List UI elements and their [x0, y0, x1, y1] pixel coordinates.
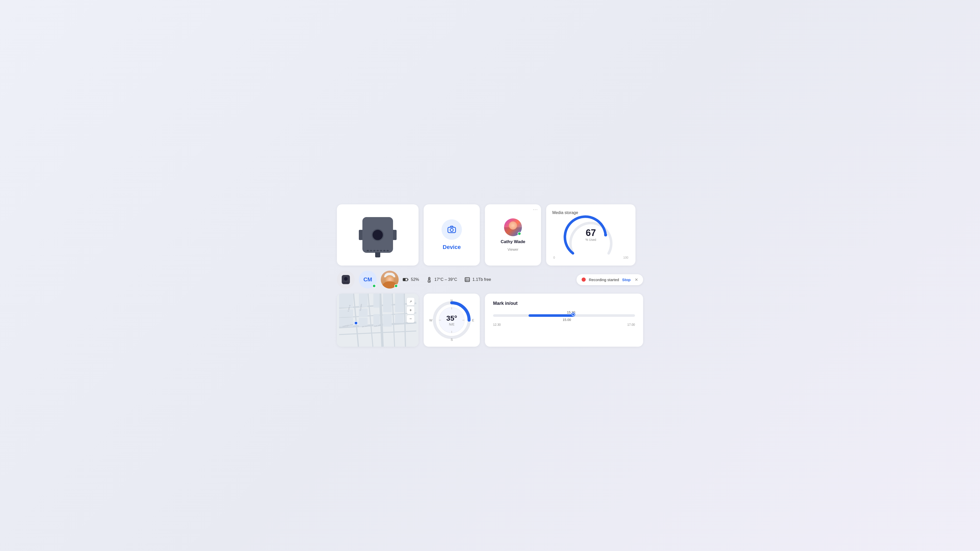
- svg-point-12: [466, 279, 466, 280]
- storage-status: 1.1Tb free: [464, 276, 491, 283]
- device-photo-card: [337, 204, 418, 265]
- compass-card: N S E W 35° N/E: [424, 294, 480, 347]
- map-controls: ↗ + −: [407, 298, 414, 323]
- svg-rect-37: [395, 314, 404, 323]
- map-card: Lexington Ave 3rd Ave Park Ave E 68th St…: [337, 294, 418, 347]
- gauge-center-text: 67 % Used: [585, 228, 596, 241]
- recording-stop-button[interactable]: Stop: [622, 278, 631, 282]
- compass-west-label: W: [429, 318, 432, 322]
- svg-rect-33: [383, 294, 392, 312]
- battery-value: 52%: [411, 277, 419, 282]
- device-port: [387, 250, 389, 251]
- compass-degrees: 35°: [446, 314, 457, 322]
- bottom-row: Lexington Ave 3rd Ave Park Ave E 68th St…: [337, 294, 643, 347]
- temperature-value: 17°C – 39°C: [434, 277, 457, 282]
- device-lens: [372, 229, 384, 241]
- svg-point-2: [604, 233, 607, 237]
- device-ports: [367, 250, 389, 251]
- timeline-end-label: 17.00: [627, 323, 635, 327]
- recording-dot: [582, 278, 586, 282]
- timeline-labels: 12.30 17.00: [493, 323, 635, 327]
- device-label-text: Device: [443, 244, 461, 251]
- timeline-mark-15-label: 15.00: [563, 318, 571, 322]
- timeline-track[interactable]: [493, 314, 635, 317]
- camera-icon: [447, 225, 456, 234]
- map-background: Lexington Ave 3rd Ave Park Ave E 68th St…: [337, 294, 418, 347]
- storage-icon: [464, 276, 470, 283]
- storage-gauge-container: 67 % Used: [552, 218, 629, 253]
- map-zoom-in-button[interactable]: +: [407, 306, 414, 314]
- svg-point-1: [450, 229, 453, 232]
- storage-gauge: 67 % Used: [568, 220, 614, 251]
- user-card: ··· Cathy Wade Viewer: [485, 204, 541, 265]
- compass-north-label: N: [450, 299, 453, 303]
- compass-center: 35° N/E: [446, 314, 457, 326]
- device-port: [367, 250, 369, 251]
- small-device-ports: [342, 282, 349, 283]
- user-avatar-container: [504, 218, 522, 236]
- gauge-range-max: 100: [623, 256, 628, 259]
- device-port: [370, 250, 372, 251]
- svg-point-13: [466, 281, 466, 282]
- compass-direction: N/E: [446, 322, 457, 326]
- battery-status: 52%: [403, 276, 419, 283]
- compass-east-label: E: [472, 318, 474, 322]
- svg-point-5: [429, 281, 430, 282]
- device-port: [373, 250, 375, 251]
- storage-title: Media storage: [552, 210, 629, 215]
- svg-rect-29: [339, 309, 353, 317]
- user-card-menu-button[interactable]: ···: [533, 207, 538, 212]
- user-online-indicator: [517, 232, 521, 235]
- top-row: Device ··· Cathy Wade Viewer Media stora…: [337, 204, 643, 265]
- cm-initials: CM: [363, 276, 372, 283]
- svg-point-44: [354, 321, 358, 325]
- device-icon-circle: [442, 219, 462, 240]
- recording-pill: Recording started Stop ✕: [576, 274, 643, 285]
- small-device-icon: [342, 275, 350, 284]
- svg-rect-8: [465, 278, 469, 282]
- gauge-percent-label: % Used: [585, 238, 596, 241]
- temperature-status: 17°C – 39°C: [426, 276, 457, 283]
- gauge-range-min: 0: [553, 256, 555, 259]
- compass-outer: N S E W 35° N/E: [431, 300, 472, 341]
- device-ear-right: [393, 230, 396, 240]
- device-port: [383, 250, 385, 251]
- timeline-fill: [528, 314, 574, 317]
- battery-icon: [403, 276, 409, 283]
- timeline-container: 15.30 15.00 12.30 17.00: [493, 314, 635, 327]
- svg-point-11: [466, 278, 466, 279]
- timeline-start-label: 12.30: [493, 323, 501, 327]
- device-port: [380, 250, 382, 251]
- svg-rect-28: [339, 294, 353, 308]
- svg-rect-26: [373, 294, 380, 308]
- middle-row: CM 52%: [337, 271, 643, 289]
- cm-online-indicator: [372, 284, 376, 288]
- svg-rect-4: [403, 279, 406, 281]
- mark-title: Mark in/out: [493, 301, 635, 306]
- svg-point-7: [430, 278, 431, 278]
- status-items: 52% 17°C – 39°C: [403, 276, 573, 283]
- storage-card: Media storage 67 % Used: [546, 204, 635, 265]
- small-device-avatar[interactable]: [337, 271, 355, 289]
- svg-rect-35: [395, 294, 404, 312]
- person-online-indicator: [394, 284, 398, 288]
- mark-inout-card: Mark in/out 15.30 15.00 12.30 17.00: [485, 294, 643, 347]
- map-zoom-out-button[interactable]: −: [407, 315, 414, 323]
- compass-south-label: S: [451, 338, 453, 341]
- person-avatar-container[interactable]: [381, 271, 399, 289]
- gauge-percent: 67: [585, 228, 596, 238]
- timeline-dot-start[interactable]: [572, 313, 575, 316]
- storage-free-value: 1.1Tb free: [473, 277, 491, 282]
- svg-rect-36: [383, 318, 392, 327]
- map-svg: Lexington Ave 3rd Ave Park Ave E 68th St…: [337, 294, 418, 347]
- device-label-card: Device: [424, 204, 480, 265]
- recording-close-button[interactable]: ✕: [635, 277, 638, 282]
- dashboard: Device ··· Cathy Wade Viewer Media stora…: [337, 204, 643, 347]
- map-expand-button[interactable]: ↗: [407, 298, 414, 305]
- device-body: [363, 217, 393, 253]
- thermometer-icon: [426, 276, 432, 283]
- device-port: [377, 250, 379, 251]
- recording-text: Recording started: [589, 278, 619, 282]
- device-ear-left: [359, 230, 363, 240]
- cm-avatar[interactable]: CM: [359, 271, 377, 289]
